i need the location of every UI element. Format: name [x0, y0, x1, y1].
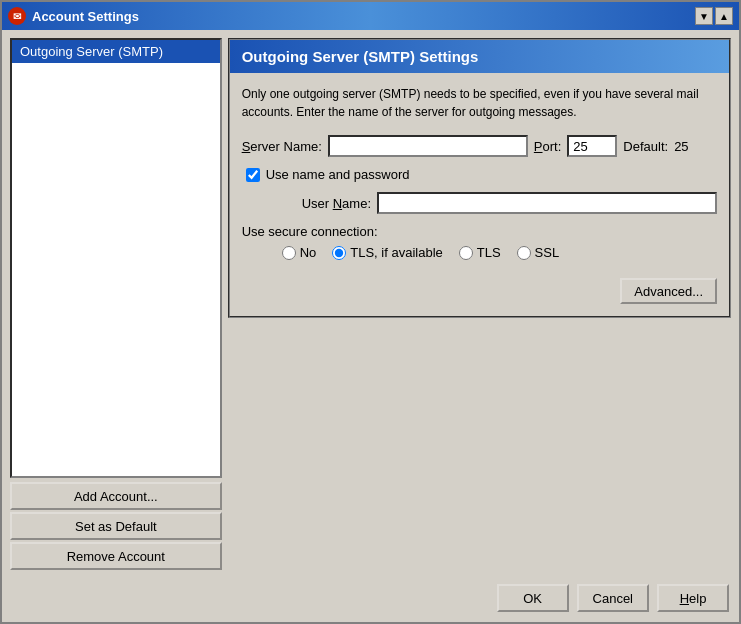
default-label: Default: — [623, 139, 668, 154]
secure-connection-label: Use secure connection: — [242, 224, 717, 239]
radio-no: No — [282, 245, 317, 260]
settings-header: Outgoing Server (SMTP) Settings — [230, 40, 729, 73]
server-name-input[interactable] — [328, 135, 528, 157]
radio-no-input[interactable] — [282, 246, 296, 260]
port-label: Port: — [534, 139, 561, 154]
user-name-input[interactable] — [377, 192, 717, 214]
radio-ssl-label: SSL — [535, 245, 560, 260]
remove-account-button[interactable]: Remove Account — [10, 542, 222, 570]
use-name-password-row: Use name and password — [246, 167, 717, 182]
right-panel: Outgoing Server (SMTP) Settings Only one… — [228, 38, 731, 570]
radio-tls-available-label: TLS, if available — [350, 245, 443, 260]
maximize-button[interactable]: ▲ — [715, 7, 733, 25]
radio-tls-label: TLS — [477, 245, 501, 260]
radio-tls: TLS — [459, 245, 501, 260]
port-input[interactable] — [567, 135, 617, 157]
default-value: 25 — [674, 139, 688, 154]
user-name-label: User Name: — [302, 196, 371, 211]
ok-button[interactable]: OK — [497, 584, 569, 612]
radio-no-label: No — [300, 245, 317, 260]
minimize-button[interactable]: ▼ — [695, 7, 713, 25]
window-controls: ▼ ▲ — [695, 7, 733, 25]
server-name-label: Server Name: — [242, 139, 322, 154]
window: ✉ Account Settings ▼ ▲ Outgoing Server (… — [0, 0, 741, 624]
set-default-button[interactable]: Set as Default — [10, 512, 222, 540]
settings-box: Outgoing Server (SMTP) Settings Only one… — [228, 38, 731, 318]
window-title: Account Settings — [32, 9, 689, 24]
list-item[interactable]: Outgoing Server (SMTP) — [12, 40, 220, 63]
radio-tls-available-input[interactable] — [332, 246, 346, 260]
radio-tls-input[interactable] — [459, 246, 473, 260]
radio-tls-available: TLS, if available — [332, 245, 443, 260]
server-name-row: Server Name: Port: Default: 25 — [242, 135, 717, 157]
radio-ssl: SSL — [517, 245, 560, 260]
cancel-button[interactable]: Cancel — [577, 584, 649, 612]
radio-ssl-input[interactable] — [517, 246, 531, 260]
left-buttons: Add Account... Set as Default Remove Acc… — [10, 482, 222, 570]
advanced-row: Advanced... — [242, 270, 717, 304]
use-name-password-checkbox[interactable] — [246, 168, 260, 182]
add-account-button[interactable]: Add Account... — [10, 482, 222, 510]
secure-connection-section: Use secure connection: No TLS, if availa… — [242, 224, 717, 260]
left-panel: Outgoing Server (SMTP) Add Account... Se… — [10, 38, 222, 570]
title-bar: ✉ Account Settings ▼ ▲ — [2, 2, 739, 30]
secure-connection-radio-group: No TLS, if available TLS — [282, 245, 717, 260]
bottom-bar: OK Cancel Help — [2, 578, 739, 622]
server-list[interactable]: Outgoing Server (SMTP) — [10, 38, 222, 478]
use-name-password-label: Use name and password — [266, 167, 410, 182]
advanced-button[interactable]: Advanced... — [620, 278, 717, 304]
settings-body: Only one outgoing server (SMTP) needs to… — [230, 73, 729, 316]
main-content: Outgoing Server (SMTP) Add Account... Se… — [2, 30, 739, 578]
app-icon: ✉ — [8, 7, 26, 25]
user-name-row: User Name: — [302, 192, 717, 214]
help-button[interactable]: Help — [657, 584, 729, 612]
description-text: Only one outgoing server (SMTP) needs to… — [242, 85, 717, 121]
